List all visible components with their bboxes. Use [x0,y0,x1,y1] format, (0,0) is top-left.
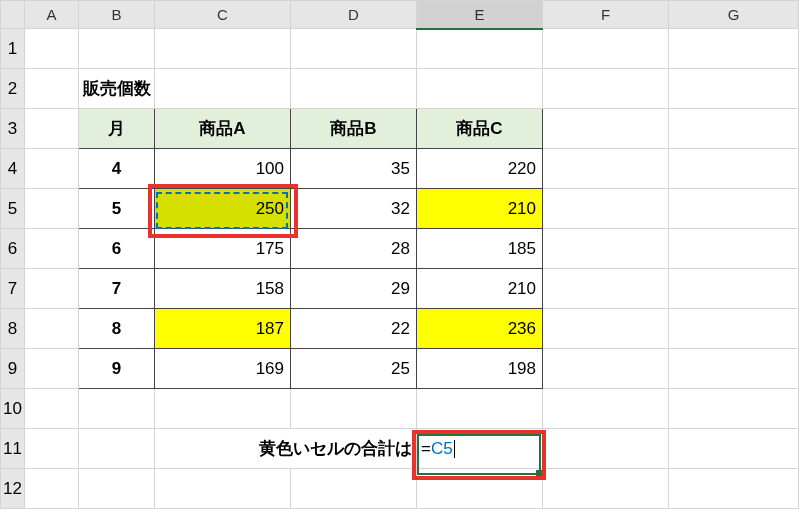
cell-E2[interactable] [417,69,543,109]
cell-A3[interactable] [25,109,79,149]
cell-F9[interactable] [543,349,669,389]
col-header-D[interactable]: D [291,1,417,29]
cell-D7[interactable]: 29 [291,269,417,309]
cell-G10[interactable] [669,389,799,429]
cell-E5[interactable]: 210 [417,189,543,229]
col-header-B[interactable]: B [79,1,155,29]
cell-E10[interactable] [417,389,543,429]
row-header-11[interactable]: 11 [1,429,25,469]
cell-A12[interactable] [25,469,79,509]
hdr-b[interactable]: 商品B [291,109,417,149]
col-header-F[interactable]: F [543,1,669,29]
cell-D5[interactable]: 32 [291,189,417,229]
cell-F12[interactable] [543,469,669,509]
cell-C8[interactable]: 187 [155,309,291,349]
cell-G8[interactable] [669,309,799,349]
cell-F11[interactable] [543,429,669,469]
hdr-month[interactable]: 月 [79,109,155,149]
cell-C12[interactable] [155,469,291,509]
cell-G3[interactable] [669,109,799,149]
cell-D10[interactable] [291,389,417,429]
cell-B7[interactable]: 7 [79,269,155,309]
cell-E8[interactable]: 236 [417,309,543,349]
col-header-A[interactable]: A [25,1,79,29]
cell-E4[interactable]: 220 [417,149,543,189]
cell-A8[interactable] [25,309,79,349]
yellow-sum-label[interactable]: 黄色いセルの合計は [155,429,417,469]
row-header-10[interactable]: 10 [1,389,25,429]
cell-G7[interactable] [669,269,799,309]
cell-B12[interactable] [79,469,155,509]
cell-C7[interactable]: 158 [155,269,291,309]
row-header-4[interactable]: 4 [1,149,25,189]
select-all-corner[interactable] [1,1,25,29]
cell-B5[interactable]: 5 [79,189,155,229]
cell-C10[interactable] [155,389,291,429]
cell-C9[interactable]: 169 [155,349,291,389]
cell-B9[interactable]: 9 [79,349,155,389]
cell-F3[interactable] [543,109,669,149]
cell-F6[interactable] [543,229,669,269]
cell-F2[interactable] [543,69,669,109]
cell-A6[interactable] [25,229,79,269]
cell-G11[interactable] [669,429,799,469]
cell-G1[interactable] [669,29,799,69]
row-header-1[interactable]: 1 [1,29,25,69]
cell-F10[interactable] [543,389,669,429]
cell-D12[interactable] [291,469,417,509]
row-header-6[interactable]: 6 [1,229,25,269]
cell-D1[interactable] [291,29,417,69]
cell-G9[interactable] [669,349,799,389]
cell-B4[interactable]: 4 [79,149,155,189]
cell-G6[interactable] [669,229,799,269]
cell-A11[interactable] [25,429,79,469]
cell-A1[interactable] [25,29,79,69]
cell-E1[interactable] [417,29,543,69]
cell-B11[interactable] [79,429,155,469]
table-title[interactable]: 販売個数 [79,69,155,109]
cell-D9[interactable]: 25 [291,349,417,389]
cell-G5[interactable] [669,189,799,229]
row-header-7[interactable]: 7 [1,269,25,309]
hdr-c[interactable]: 商品C [417,109,543,149]
spreadsheet-grid[interactable]: A B C D E F G 1 2 販売個数 3 月 商品A 商品B 商品C 4… [0,0,799,509]
cell-D8[interactable]: 22 [291,309,417,349]
row-header-8[interactable]: 8 [1,309,25,349]
cell-E6[interactable]: 185 [417,229,543,269]
cell-G4[interactable] [669,149,799,189]
cell-D4[interactable]: 35 [291,149,417,189]
cell-A7[interactable] [25,269,79,309]
cell-C4[interactable]: 100 [155,149,291,189]
cell-B8[interactable]: 8 [79,309,155,349]
cell-F5[interactable] [543,189,669,229]
hdr-a[interactable]: 商品A [155,109,291,149]
col-header-G[interactable]: G [669,1,799,29]
col-header-E[interactable]: E [417,1,543,29]
row-header-2[interactable]: 2 [1,69,25,109]
cell-E7[interactable]: 210 [417,269,543,309]
cell-B10[interactable] [79,389,155,429]
cell-C1[interactable] [155,29,291,69]
row-header-12[interactable]: 12 [1,469,25,509]
cell-A10[interactable] [25,389,79,429]
cell-F1[interactable] [543,29,669,69]
row-header-9[interactable]: 9 [1,349,25,389]
row-header-3[interactable]: 3 [1,109,25,149]
cell-E11-formula[interactable]: =C5 [417,429,543,469]
cell-B1[interactable] [79,29,155,69]
cell-F7[interactable] [543,269,669,309]
row-header-5[interactable]: 5 [1,189,25,229]
cell-G2[interactable] [669,69,799,109]
cell-D2[interactable] [291,69,417,109]
cell-A5[interactable] [25,189,79,229]
cell-D6[interactable]: 28 [291,229,417,269]
cell-G12[interactable] [669,469,799,509]
cell-A2[interactable] [25,69,79,109]
col-header-C[interactable]: C [155,1,291,29]
cell-E9[interactable]: 198 [417,349,543,389]
cell-F8[interactable] [543,309,669,349]
cell-C2[interactable] [155,69,291,109]
cell-A9[interactable] [25,349,79,389]
cell-F4[interactable] [543,149,669,189]
cell-C5[interactable]: 250 [155,189,291,229]
